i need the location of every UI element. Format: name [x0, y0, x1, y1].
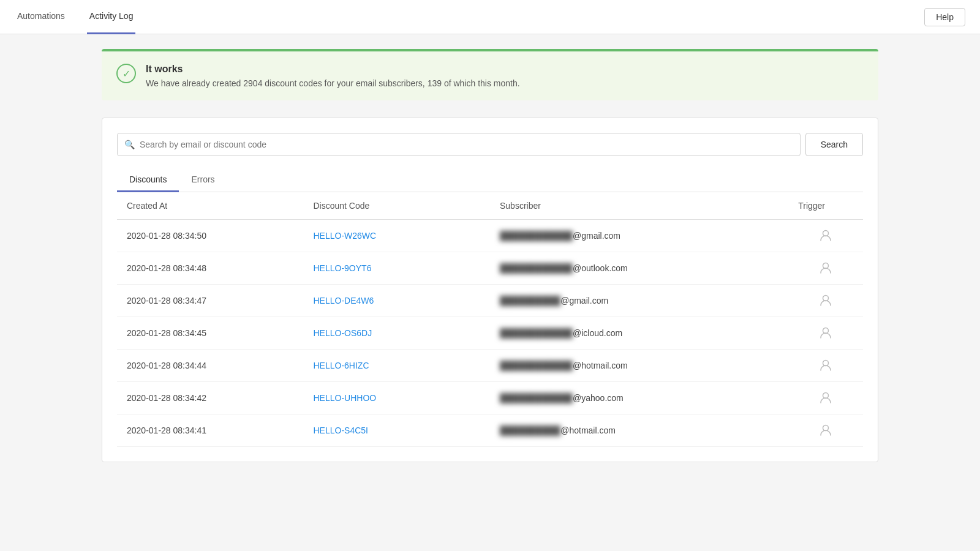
subscriber-email-prefix: ██████████	[500, 425, 560, 435]
cell-trigger	[788, 382, 863, 414]
cell-trigger	[788, 317, 863, 350]
svg-point-3	[823, 328, 829, 334]
subscriber-email-prefix: ████████████	[500, 328, 573, 338]
svg-point-4	[823, 361, 829, 366]
cell-discount-code[interactable]: HELLO-S4C5I	[304, 414, 491, 447]
cell-trigger	[788, 414, 863, 447]
cell-discount-code[interactable]: HELLO-6HIZC	[304, 350, 491, 382]
person-icon	[798, 294, 853, 307]
discounts-table: Created At Discount Code Subscriber Trig…	[117, 192, 863, 447]
subscriber-email-domain: @icloud.com	[573, 328, 622, 338]
svg-point-6	[823, 425, 829, 431]
cell-discount-code[interactable]: HELLO-OS6DJ	[304, 317, 491, 350]
top-navigation: Automations Activity Log Help	[0, 0, 980, 34]
cell-subscriber: ██████████@gmail.com	[490, 285, 788, 317]
cell-created-at: 2020-01-28 08:34:48	[117, 252, 304, 285]
discount-code-link[interactable]: HELLO-S4C5I	[314, 425, 368, 435]
person-icon	[798, 230, 853, 242]
subscriber-email-domain: @gmail.com	[573, 231, 620, 241]
table-row: 2020-01-28 08:34:47 HELLO-DE4W6 ████████…	[117, 285, 863, 317]
table-header-row: Created At Discount Code Subscriber Trig…	[117, 192, 863, 220]
subscriber-email-domain: @gmail.com	[560, 296, 608, 305]
banner-title: It works	[146, 64, 520, 75]
success-icon: ✓	[116, 64, 136, 83]
subscriber-email-domain: @hotmail.com	[573, 361, 628, 370]
cell-created-at: 2020-01-28 08:34:44	[117, 350, 304, 382]
subscriber-email-domain: @yahoo.com	[573, 393, 624, 403]
table-row: 2020-01-28 08:34:50 HELLO-W26WC ████████…	[117, 220, 863, 252]
table-row: 2020-01-28 08:34:45 HELLO-OS6DJ ████████…	[117, 317, 863, 350]
cell-subscriber: ████████████@gmail.com	[490, 220, 788, 252]
tabs-bar: Discounts Errors	[117, 168, 863, 192]
nav-items: Automations Activity Log	[15, 0, 135, 34]
cell-subscriber: ████████████@icloud.com	[490, 317, 788, 350]
search-button[interactable]: Search	[805, 133, 863, 156]
svg-point-5	[823, 393, 829, 399]
table-row: 2020-01-28 08:34:48 HELLO-9OYT6 ████████…	[117, 252, 863, 285]
svg-point-2	[823, 296, 829, 301]
cell-discount-code[interactable]: HELLO-DE4W6	[304, 285, 491, 317]
page-content: ✓ It works We have already created 2904 …	[92, 34, 888, 477]
subscriber-email-prefix: ██████████	[500, 296, 560, 305]
subscriber-email-prefix: ████████████	[500, 263, 573, 273]
subscriber-email-prefix: ████████████	[500, 393, 573, 403]
subscriber-email-prefix: ████████████	[500, 231, 573, 241]
discount-code-link[interactable]: HELLO-OS6DJ	[314, 328, 372, 338]
cell-created-at: 2020-01-28 08:34:50	[117, 220, 304, 252]
col-header-discount-code: Discount Code	[304, 192, 491, 220]
search-input-wrapper: 🔍	[117, 133, 801, 156]
table-row: 2020-01-28 08:34:41 HELLO-S4C5I ████████…	[117, 414, 863, 447]
cell-subscriber: ██████████@hotmail.com	[490, 414, 788, 447]
cell-created-at: 2020-01-28 08:34:45	[117, 317, 304, 350]
col-header-created-at: Created At	[117, 192, 304, 220]
cell-created-at: 2020-01-28 08:34:42	[117, 382, 304, 414]
cell-created-at: 2020-01-28 08:34:47	[117, 285, 304, 317]
subscriber-email-domain: @hotmail.com	[560, 425, 616, 435]
discount-code-link[interactable]: HELLO-6HIZC	[314, 361, 369, 370]
svg-point-1	[823, 263, 829, 269]
tab-discounts[interactable]: Discounts	[117, 168, 179, 192]
cell-created-at: 2020-01-28 08:34:41	[117, 414, 304, 447]
search-row: 🔍 Search	[117, 133, 863, 156]
success-banner: ✓ It works We have already created 2904 …	[102, 49, 878, 100]
col-header-subscriber: Subscriber	[490, 192, 788, 220]
help-button[interactable]: Help	[924, 8, 965, 26]
discount-code-link[interactable]: HELLO-UHHOO	[314, 393, 377, 403]
person-icon	[798, 327, 853, 339]
col-header-trigger: Trigger	[788, 192, 863, 220]
subscriber-email-domain: @outlook.com	[573, 263, 628, 273]
success-content: It works We have already created 2904 di…	[146, 64, 520, 88]
person-icon	[798, 262, 853, 274]
table-row: 2020-01-28 08:34:42 HELLO-UHHOO ████████…	[117, 382, 863, 414]
person-icon	[798, 392, 853, 404]
nav-activity-log[interactable]: Activity Log	[87, 0, 136, 34]
cell-subscriber: ████████████@outlook.com	[490, 252, 788, 285]
cell-discount-code[interactable]: HELLO-UHHOO	[304, 382, 491, 414]
cell-subscriber: ████████████@hotmail.com	[490, 350, 788, 382]
tab-errors[interactable]: Errors	[179, 168, 227, 192]
table-row: 2020-01-28 08:34:44 HELLO-6HIZC ████████…	[117, 350, 863, 382]
search-input[interactable]	[117, 133, 801, 156]
cell-trigger	[788, 350, 863, 382]
nav-automations[interactable]: Automations	[15, 0, 67, 34]
main-card: 🔍 Search Discounts Errors Created At Dis…	[102, 118, 878, 462]
banner-message: We have already created 2904 discount co…	[146, 78, 520, 88]
discount-code-link[interactable]: HELLO-DE4W6	[314, 296, 374, 305]
svg-point-0	[823, 231, 829, 236]
discount-code-link[interactable]: HELLO-W26WC	[314, 231, 377, 241]
cell-trigger	[788, 252, 863, 285]
cell-trigger	[788, 285, 863, 317]
discount-code-link[interactable]: HELLO-9OYT6	[314, 263, 372, 273]
cell-trigger	[788, 220, 863, 252]
cell-discount-code[interactable]: HELLO-W26WC	[304, 220, 491, 252]
cell-discount-code[interactable]: HELLO-9OYT6	[304, 252, 491, 285]
search-icon: 🔍	[124, 140, 135, 149]
subscriber-email-prefix: ████████████	[500, 361, 573, 370]
person-icon	[798, 424, 853, 437]
person-icon	[798, 359, 853, 372]
cell-subscriber: ████████████@yahoo.com	[490, 382, 788, 414]
